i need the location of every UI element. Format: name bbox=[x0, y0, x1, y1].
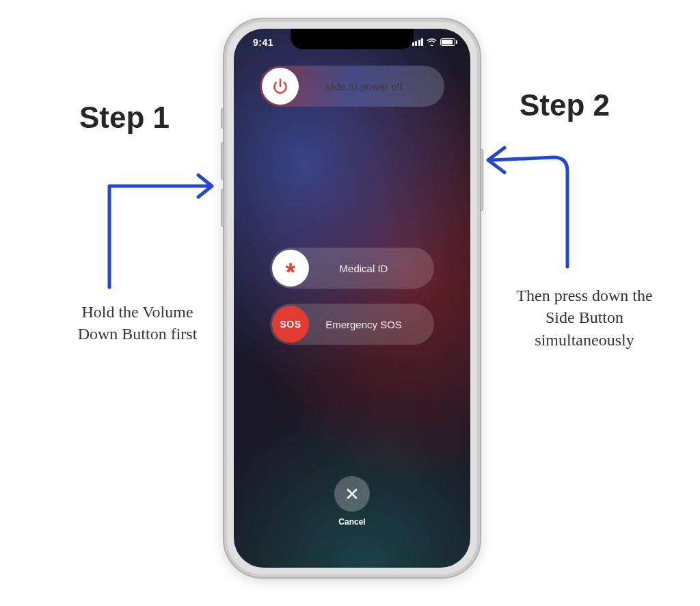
status-bar: 9:41 bbox=[234, 36, 470, 52]
medical-id-label: Medical ID bbox=[311, 263, 434, 274]
power-off-slider[interactable]: slide to power off bbox=[260, 66, 444, 107]
emergency-sos-slider[interactable]: SOS Emergency SOS bbox=[270, 304, 434, 345]
emergency-sos-label: Emergency SOS bbox=[311, 319, 434, 330]
step1-text: Hold the Volume Down Button first bbox=[66, 301, 209, 345]
cancel-button[interactable]: Cancel bbox=[334, 476, 370, 527]
wifi-icon bbox=[427, 38, 437, 46]
status-time: 9:41 bbox=[253, 37, 273, 48]
phone-screen: 9:41 slide to power off * bbox=[234, 29, 470, 568]
step1-arrow bbox=[101, 145, 224, 295]
asterisk-icon: * bbox=[272, 250, 309, 287]
power-icon bbox=[262, 68, 299, 105]
sos-icon: SOS bbox=[272, 306, 309, 343]
close-icon bbox=[334, 476, 370, 512]
signal-icon bbox=[412, 38, 424, 46]
phone-frame: 9:41 slide to power off * bbox=[223, 18, 481, 579]
step1-title: Step 1 bbox=[79, 103, 170, 133]
medical-id-slider[interactable]: * Medical ID bbox=[270, 248, 434, 289]
mute-switch[interactable] bbox=[221, 108, 224, 129]
step2-title: Step 2 bbox=[520, 90, 610, 120]
cancel-label: Cancel bbox=[338, 517, 365, 527]
power-off-label: slide to power off bbox=[301, 81, 444, 92]
battery-icon bbox=[440, 38, 455, 46]
step2-arrow bbox=[479, 130, 588, 274]
step2-text: Then press down the Side Button simultan… bbox=[506, 285, 663, 351]
